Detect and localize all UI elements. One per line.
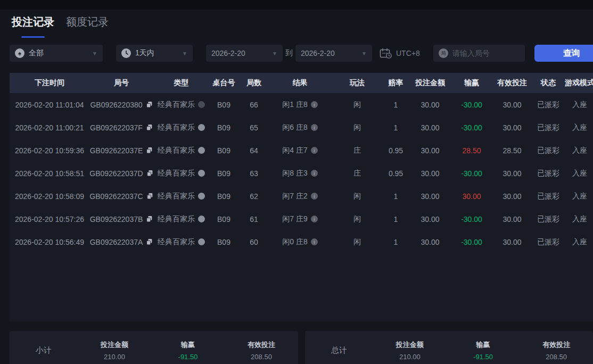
date-to-value: 2026-2-20 <box>301 49 335 57</box>
tab-bet-records[interactable]: 投注记录 <box>12 15 54 31</box>
video-icon[interactable] <box>198 170 205 177</box>
game-type-value: 全部 <box>29 48 44 58</box>
cell-table-no: B09 <box>209 238 238 246</box>
cell-game-mode: 入座 <box>563 192 593 201</box>
subtotal-win-loss-value: -91.50 <box>151 353 225 361</box>
copy-icon[interactable] <box>146 238 153 245</box>
cell-odds: 1 <box>384 123 408 132</box>
copy-icon[interactable] <box>146 101 153 108</box>
info-icon[interactable]: i <box>311 216 318 222</box>
total-win-loss-value: -91.50 <box>447 353 520 361</box>
cell-round-id: GB092622037D <box>89 169 153 178</box>
info-icon[interactable]: i <box>311 170 318 177</box>
cell-play: 闲 <box>331 100 384 110</box>
result-text: 闲7 庄2 <box>282 192 307 201</box>
tab-quota-records[interactable]: 额度记录 <box>66 15 109 31</box>
round-id-text: GB092622037C <box>89 192 143 201</box>
video-icon[interactable] <box>198 147 205 154</box>
total-win-loss-number: -91.50 <box>473 353 493 361</box>
total-win-loss-label: 输赢 <box>447 340 520 350</box>
cell-table-no: B09 <box>209 101 238 109</box>
filter-bar: ♠ 全部 ▼ 1天内 ▼ 2026-2-20 ▼ 到 2026-2-20 ▼ U… <box>10 45 593 62</box>
info-icon[interactable]: i <box>311 124 318 131</box>
total-label: 总计 <box>305 345 373 355</box>
table-row: 2026-02-20 10:58:51 GB092622037D 经典百家乐 B… <box>10 162 593 185</box>
total-bet-amount-value: 210.00 <box>373 353 447 361</box>
video-icon[interactable] <box>198 193 205 200</box>
cell-table-no: B09 <box>209 169 238 178</box>
info-icon[interactable]: i <box>311 147 318 154</box>
cell-game-type: 经典百家乐 <box>153 123 209 133</box>
win-loss-value: 28.50 <box>462 146 481 155</box>
cell-result: 闲6 庄8 i <box>269 123 331 133</box>
col-header-bet-amount: 投注金额 <box>408 78 452 88</box>
info-icon[interactable]: i <box>311 193 318 200</box>
col-header-table-no: 桌台号 <box>209 78 238 88</box>
subtotal-valid-bet-label: 有效投注 <box>225 340 298 350</box>
win-loss-value: -30.00 <box>461 169 482 178</box>
video-icon[interactable] <box>198 124 205 131</box>
copy-icon[interactable] <box>146 170 153 177</box>
cell-status: 已派彩 <box>533 169 563 178</box>
date-from-value: 2026-2-20 <box>211 49 245 57</box>
query-button[interactable]: 查询 <box>534 45 593 62</box>
copy-icon[interactable] <box>146 216 153 222</box>
cell-game-type: 经典百家乐 <box>153 237 209 247</box>
round-id-text: GB092622037E <box>90 146 143 155</box>
cell-odds: 0.95 <box>384 169 408 178</box>
game-type-select[interactable]: ♠ 全部 ▼ <box>10 45 103 62</box>
bet-records-table: 下注时间 局号 类型 桌台号 局数 结果 玩法 赔率 投注金额 输赢 有效投注 … <box>10 73 593 321</box>
cell-bet-time: 2026-02-20 11:01:04 <box>10 101 89 109</box>
cell-bet-amount: 30.00 <box>408 123 452 132</box>
game-type-text: 经典百家乐 <box>158 192 195 201</box>
round-id-text: GB092622037D <box>89 169 143 178</box>
result-text: 闲8 庄3 <box>282 169 307 178</box>
col-header-odds: 赔率 <box>384 78 408 88</box>
cell-game-type: 经典百家乐 <box>153 214 209 224</box>
video-icon[interactable] <box>198 216 205 222</box>
win-loss-value: -30.00 <box>461 215 482 224</box>
cell-status: 已派彩 <box>533 100 563 110</box>
total-panel: 总计 投注金额 210.00 输赢 -91.50 有效投注 208.50 <box>305 331 593 364</box>
date-to-select[interactable]: 2026-2-20 ▼ <box>295 45 372 62</box>
copy-icon[interactable] <box>146 147 153 154</box>
date-from-select[interactable]: 2026-2-20 ▼ <box>206 45 283 62</box>
result-text: 闲7 庄9 <box>282 214 307 224</box>
cell-game-type: 经典百家乐 <box>153 146 209 155</box>
col-header-rounds: 局数 <box>238 78 269 88</box>
cell-bet-time: 2026-02-20 10:57:26 <box>10 215 89 224</box>
video-icon[interactable] <box>198 238 205 245</box>
video-icon[interactable] <box>198 101 205 108</box>
subtotal-valid-bet: 有效投注 208.50 <box>225 340 298 361</box>
total-bet-amount-label: 投注金额 <box>373 340 447 350</box>
total-win-loss: 输赢 -91.50 <box>447 340 520 361</box>
tab-bar: 投注记录 额度记录 <box>12 15 109 31</box>
cell-win-loss: -30.00 <box>452 238 491 246</box>
time-range-select[interactable]: 1天内 ▼ <box>116 45 193 62</box>
to-label: 到 <box>283 48 295 58</box>
time-range-value: 1天内 <box>135 48 154 58</box>
table-row: 2026-02-20 10:58:09 GB092622037C 经典百家乐 B… <box>10 185 593 208</box>
copy-icon[interactable] <box>146 124 153 131</box>
cell-valid-bet: 30.00 <box>491 192 533 201</box>
table-row: 2026-02-20 10:56:49 GB092622037A 经典百家乐 B… <box>10 230 593 253</box>
cell-odds: 1 <box>384 215 408 224</box>
clock-icon <box>121 48 131 58</box>
table-row: 2026-02-20 10:57:26 GB092622037B 经典百家乐 B… <box>10 208 593 230</box>
cell-bet-time: 2026-02-20 10:59:36 <box>10 146 89 155</box>
result-text: 闲4 庄7 <box>282 146 307 155</box>
game-type-text: 经典百家乐 <box>158 100 195 110</box>
chevron-down-icon: ▼ <box>92 51 97 56</box>
cell-status: 已派彩 <box>533 237 563 247</box>
info-icon[interactable]: i <box>311 238 318 245</box>
table-row: 2026-02-20 11:01:04 GB0926220380 经典百家乐 B… <box>10 93 593 116</box>
round-search-input[interactable] <box>452 49 520 57</box>
calendar-clock-icon <box>380 48 392 59</box>
cell-win-loss: -30.00 <box>452 215 491 224</box>
cell-status: 已派彩 <box>533 146 563 155</box>
cell-valid-bet: 30.00 <box>491 238 533 246</box>
cell-result: 闲7 庄9 i <box>269 214 331 224</box>
cell-result: 闲8 庄3 i <box>269 169 331 178</box>
copy-icon[interactable] <box>146 193 153 200</box>
info-icon[interactable]: i <box>311 101 318 108</box>
